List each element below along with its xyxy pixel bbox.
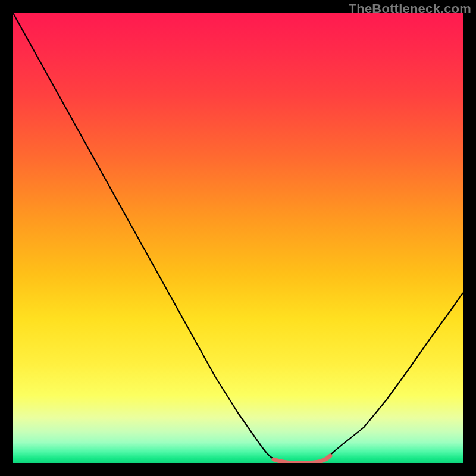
curve-highlight-segment bbox=[274, 456, 330, 463]
chart-frame: TheBottleneck.com bbox=[0, 0, 476, 476]
curve-line bbox=[13, 13, 463, 463]
watermark-text: TheBottleneck.com bbox=[349, 1, 471, 17]
chart-curve bbox=[13, 13, 463, 463]
chart-plot-area bbox=[13, 13, 463, 463]
